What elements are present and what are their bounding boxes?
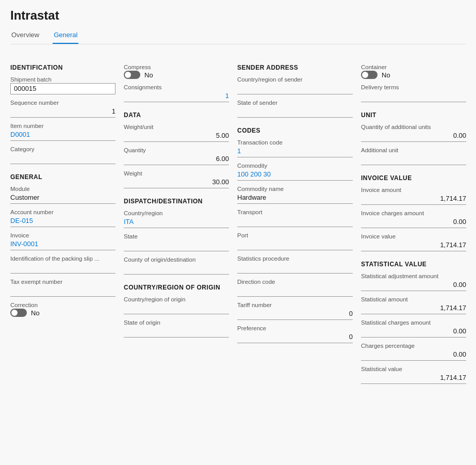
transport-label: Transport xyxy=(237,209,353,215)
account-number-field: Account number DE-015 xyxy=(10,209,116,227)
additional-unit-field: Additional unit xyxy=(361,147,466,165)
sender-address-section-title: SENDER ADDRESS xyxy=(237,64,353,71)
invoice-charges-value: 0.00 xyxy=(361,217,466,228)
commodity-field: Commodity 100 200 30 xyxy=(237,163,353,181)
container-label: Container xyxy=(361,64,466,70)
col-data: Compress No Consignments 1 DATA Weight/u… xyxy=(124,55,237,389)
stat-charges-value: 0.00 xyxy=(361,326,466,338)
state-of-sender-field: State of sender xyxy=(237,100,353,118)
county-origin-field: County of origin/destination xyxy=(124,256,229,275)
direction-code-value[interactable] xyxy=(237,285,353,297)
stat-amount-field: Statistical amount 1,714.17 xyxy=(361,296,466,314)
state-of-origin-field: State of origin xyxy=(124,319,229,338)
module-label: Module xyxy=(10,186,116,192)
col-codes: SENDER ADDRESS Country/region of sender … xyxy=(237,55,361,389)
category-value[interactable] xyxy=(10,153,116,164)
stat-charges-label: Statistical charges amount xyxy=(361,319,466,326)
commodity-name-label: Commodity name xyxy=(237,186,353,192)
direction-code-field: Direction code xyxy=(237,279,353,297)
transport-value[interactable] xyxy=(237,216,353,227)
statistical-value-section-title: STATISTICAL VALUE xyxy=(361,261,466,268)
module-value: Customer xyxy=(10,193,116,204)
quantity-additional-label: Quantity of additional units xyxy=(361,124,466,130)
invoice-value-field: Invoice value 1,714.17 xyxy=(361,233,466,251)
item-number-value[interactable]: D0001 xyxy=(10,130,116,141)
statistics-procedure-value[interactable] xyxy=(237,262,353,274)
shipment-batch-field: Shipment batch 000015 xyxy=(10,76,116,94)
sequence-number-label: Sequence number xyxy=(10,100,116,106)
state-of-origin-value[interactable] xyxy=(124,326,229,338)
tax-exempt-field: Tax exempt number xyxy=(10,279,116,297)
account-number-label: Account number xyxy=(10,209,116,215)
country-region-label: Country/region xyxy=(124,210,229,216)
delivery-terms-value[interactable] xyxy=(361,91,466,102)
sequence-number-value: 1 xyxy=(10,106,116,118)
tab-overview[interactable]: Overview xyxy=(10,28,40,44)
compress-toggle-label: No xyxy=(144,71,153,79)
preference-value[interactable]: 0 xyxy=(237,332,353,343)
stat-adjustment-field: Statistical adjustment amount 0.00 xyxy=(361,273,466,291)
tax-exempt-value[interactable] xyxy=(10,285,116,297)
tab-general[interactable]: General xyxy=(53,28,78,44)
state-of-origin-label: State of origin xyxy=(124,319,229,326)
packing-slip-label: Identification of the packing slip ... xyxy=(10,255,116,262)
packing-slip-value[interactable] xyxy=(10,262,116,274)
commodity-label: Commodity xyxy=(237,163,353,169)
commodity-name-value: Hardware xyxy=(237,193,353,204)
port-label: Port xyxy=(237,232,353,238)
transaction-code-field: Transaction code 1 xyxy=(237,139,353,157)
charges-pct-value: 0.00 xyxy=(361,349,466,361)
account-number-value[interactable]: DE-015 xyxy=(10,216,116,227)
stat-value-value: 1,714.17 xyxy=(361,373,466,384)
form-grid: IDENTIFICATION Shipment batch 000015 Seq… xyxy=(10,55,466,389)
invoice-value[interactable]: INV-0001 xyxy=(10,239,116,250)
codes-section-title: CODES xyxy=(237,127,353,134)
commodity-value[interactable]: 100 200 30 xyxy=(237,169,353,181)
invoice-label: Invoice xyxy=(10,232,116,238)
consignments-value[interactable]: 1 xyxy=(124,91,229,102)
identification-section-title: IDENTIFICATION xyxy=(10,64,116,71)
correction-label: Correction xyxy=(10,302,116,308)
state-value[interactable] xyxy=(124,240,229,251)
correction-toggle-row: No xyxy=(10,309,116,317)
dispatch-section-title: DISPATCH/DESTINATION xyxy=(124,198,229,205)
country-region-value[interactable]: ITA xyxy=(124,217,229,228)
correction-toggle[interactable] xyxy=(10,309,27,317)
container-toggle-label: No xyxy=(382,71,390,79)
weight-value[interactable]: 30.00 xyxy=(124,177,229,188)
quantity-additional-field: Quantity of additional units 0.00 xyxy=(361,124,466,142)
invoice-amount-field: Invoice amount 1,714.17 xyxy=(361,187,466,205)
quantity-additional-value[interactable]: 0.00 xyxy=(361,131,466,142)
quantity-value[interactable]: 6.00 xyxy=(124,154,229,165)
additional-unit-label: Additional unit xyxy=(361,147,466,153)
invoice-value-section-title: INVOICE VALUE xyxy=(361,174,466,182)
port-value[interactable] xyxy=(237,239,353,250)
weight-unit-field: Weight/unit 5.00 xyxy=(124,124,229,142)
compress-toggle[interactable] xyxy=(124,71,140,79)
county-origin-value[interactable] xyxy=(124,263,229,275)
stat-adjustment-value: 0.00 xyxy=(361,280,466,291)
unit-section-title: UNIT xyxy=(361,111,466,119)
tax-exempt-label: Tax exempt number xyxy=(10,279,116,285)
country-region-origin-value[interactable] xyxy=(124,303,229,314)
container-toggle[interactable] xyxy=(361,71,377,79)
shipment-batch-input[interactable]: 000015 xyxy=(10,83,116,94)
country-region-origin-label: Country/region of origin xyxy=(124,296,229,302)
tariff-number-value[interactable]: 0 xyxy=(237,309,353,320)
additional-unit-value[interactable] xyxy=(361,154,466,165)
charges-pct-label: Charges percentage xyxy=(361,343,466,349)
statistics-procedure-field: Statistics procedure xyxy=(237,255,353,274)
transport-field: Transport xyxy=(237,209,353,227)
transaction-code-value[interactable]: 1 xyxy=(237,146,353,157)
direction-code-label: Direction code xyxy=(237,279,353,285)
sequence-number-field: Sequence number 1 xyxy=(10,100,116,118)
state-of-sender-value[interactable] xyxy=(237,106,353,118)
state-label: State xyxy=(124,233,229,239)
country-region-sender-value[interactable] xyxy=(237,83,353,94)
invoice-value-label: Invoice value xyxy=(361,233,466,239)
invoice-field: Invoice INV-0001 xyxy=(10,232,116,250)
container-toggle-row: No xyxy=(361,71,466,79)
weight-unit-value[interactable]: 5.00 xyxy=(124,131,229,142)
stat-value-label: Statistical value xyxy=(361,366,466,372)
quantity-field: Quantity 6.00 xyxy=(124,147,229,165)
